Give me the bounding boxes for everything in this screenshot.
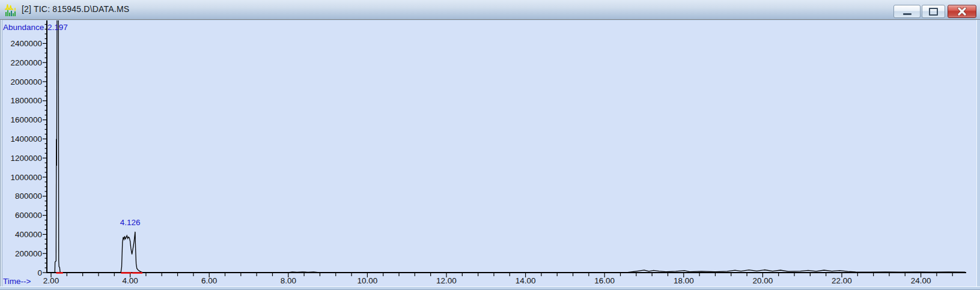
x-tick-label: 4.00 [122,276,138,285]
y-tick-label: 2000000 [10,77,42,86]
close-button[interactable] [948,5,976,18]
y-tick-label: 1200000 [10,154,42,163]
x-tick-label: 14.00 [516,276,536,285]
x-tick-label: 10.00 [358,276,378,285]
y-tick-label: 1000000 [10,173,42,182]
x-tick-label: 2.00 [43,276,59,285]
x-tick-label: 12.00 [436,276,457,285]
y-tick-label: 400000 [15,230,42,239]
chromatogram-plot[interactable]: 0200000400000600000800000100000012000001… [2,20,976,286]
y-tick-label: 1600000 [10,115,42,124]
chart-area: 0200000400000600000800000100000012000001… [2,20,976,286]
window-frame-right [976,20,980,290]
x-axis-title: Time--> [3,277,31,286]
axes [46,20,966,273]
peak-label: 2.197 [47,23,68,32]
y-tick-label: 1400000 [10,134,42,143]
x-tick-label: 20.00 [753,276,773,285]
peak-label: 4.126 [120,218,141,227]
x-tick-label: 16.00 [594,276,615,285]
x-tick-label: 18.00 [674,276,694,285]
y-tick-label: 2200000 [10,58,42,67]
minimize-button[interactable] [893,5,921,18]
close-icon [957,7,967,16]
x-tick-label: 6.00 [201,276,217,285]
window-title: [2] TIC: 815945.D\DATA.MS [22,4,129,14]
chromatogram-window: [2] TIC: 815945.D\DATA.MS 02000004000006… [0,0,980,290]
maximize-icon [929,8,938,16]
y-tick-label: 800000 [15,192,42,201]
chromatogram-app-icon [4,3,18,17]
minimize-icon [903,13,912,15]
y-axis-ticks: 0200000400000600000800000100000012000001… [10,25,47,277]
tic-trace[interactable] [47,20,965,273]
y-tick-label: 2400000 [10,39,42,48]
window-frame-bottom [0,286,980,290]
y-tick-label: 0 [37,268,42,277]
x-tick-label: 8.00 [281,276,296,285]
y-axis-title: Abundance [3,23,44,32]
y-tick-label: 200000 [15,249,42,258]
x-axis-ticks: 2.004.006.008.0010.0012.0014.0016.0018.0… [43,273,952,285]
x-tick-label: 22.00 [832,276,852,285]
window-titlebar: [2] TIC: 815945.D\DATA.MS [0,0,980,20]
y-tick-label: 1800000 [10,96,42,105]
y-tick-label: 600000 [15,211,42,220]
x-tick-label: 24.00 [911,276,931,285]
maximize-button[interactable] [922,5,945,18]
